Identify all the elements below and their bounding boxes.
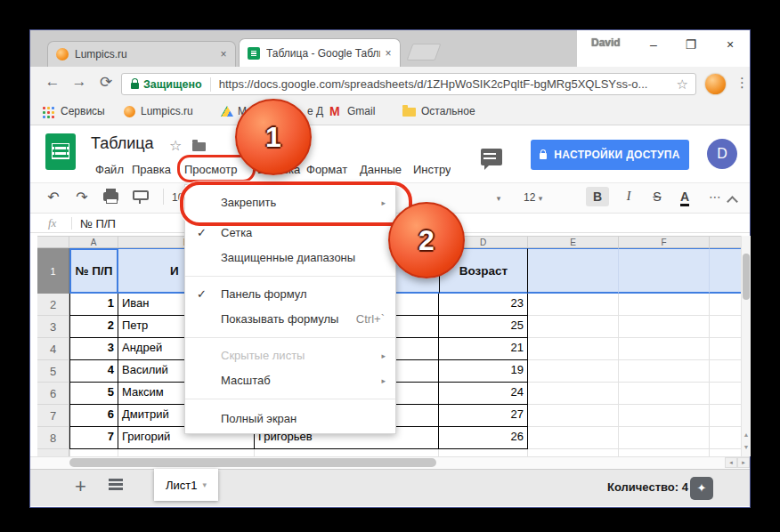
undo-icon[interactable]: ↶ <box>43 189 64 206</box>
forward-icon[interactable]: → <box>69 73 89 91</box>
bookmark-drive-fragment[interactable]: е Д <box>307 105 323 117</box>
menu-tools[interactable]: Инстру <box>413 161 451 179</box>
bold-button[interactable]: B <box>586 187 609 206</box>
sheets-logo-icon[interactable] <box>45 133 76 170</box>
bookmark-services[interactable]: Сервисы <box>61 105 105 117</box>
cell[interactable] <box>528 405 619 427</box>
star-document-icon[interactable]: ☆ <box>169 137 182 154</box>
formula-bar-value[interactable]: № П/П <box>80 217 116 230</box>
cell[interactable] <box>528 360 619 383</box>
select-all-corner[interactable] <box>37 236 69 248</box>
column-header-f[interactable]: F <box>619 236 710 248</box>
cell[interactable]: 27 <box>439 405 528 427</box>
font-family-caret-icon[interactable]: ▾ <box>488 194 509 203</box>
cell[interactable] <box>528 427 619 449</box>
browser-tab-sheets[interactable]: Таблица - Google Табли × <box>239 38 401 67</box>
paint-format-icon[interactable] <box>133 190 149 200</box>
row-header[interactable]: 4 <box>37 338 69 360</box>
row-header[interactable]: 8 <box>37 427 69 449</box>
cell[interactable] <box>528 316 619 338</box>
move-folder-icon[interactable] <box>192 142 206 151</box>
minimize-button[interactable]: – <box>643 36 664 53</box>
column-header-g[interactable] <box>710 236 741 248</box>
menu-file[interactable]: Файл <box>95 161 124 179</box>
cell[interactable] <box>710 405 741 427</box>
share-settings-button[interactable]: НАСТРОЙКИ ДОСТУПА <box>531 140 689 170</box>
font-size-select[interactable]: 12 ▾ <box>524 191 542 204</box>
back-icon[interactable]: ← <box>43 73 62 91</box>
cell[interactable]: 21 <box>439 338 528 360</box>
cell[interactable] <box>710 338 741 360</box>
cell[interactable]: 26 <box>439 427 528 449</box>
apps-grid-icon[interactable] <box>43 107 54 118</box>
cell[interactable]: 3 <box>69 338 118 360</box>
cell[interactable]: 1 <box>69 294 118 316</box>
comments-icon[interactable] <box>481 149 502 165</box>
cell[interactable] <box>619 338 710 360</box>
address-bar[interactable]: Защищено https://docs.google.com/spreads… <box>121 73 696 95</box>
cell[interactable] <box>710 427 741 449</box>
menu-item-show-formulas[interactable]: Показывать формулы Ctrl+` <box>185 307 395 332</box>
cell[interactable] <box>619 360 710 383</box>
cell[interactable] <box>619 405 710 427</box>
browser-tab-lumpics[interactable]: Lumpics.ru × <box>47 41 236 67</box>
scroll-up-icon[interactable]: ▲ <box>742 430 751 440</box>
cell[interactable] <box>528 338 619 360</box>
tab-close-icon[interactable]: × <box>380 47 396 60</box>
horizontal-scrollbar-thumb[interactable] <box>69 458 436 467</box>
cell[interactable]: 23 <box>439 294 528 316</box>
row-header[interactable]: 7 <box>37 405 69 427</box>
redo-icon[interactable]: ↷ <box>71 189 93 206</box>
row-header[interactable] <box>37 449 69 456</box>
reload-icon[interactable]: ⟳ <box>96 73 116 92</box>
cell[interactable]: 4 <box>69 360 118 383</box>
explore-button[interactable]: ✦ <box>690 477 713 500</box>
scroll-right-icon[interactable]: ▸ <box>737 457 750 468</box>
cell[interactable] <box>619 294 710 316</box>
menu-item-zoom[interactable]: Масштаб ▸ <box>185 368 395 393</box>
collapse-toolbar-icon[interactable] <box>728 195 737 204</box>
menu-item-protected-ranges[interactable]: Защищенные диапазоны <box>185 246 395 270</box>
all-sheets-icon[interactable] <box>109 479 123 481</box>
cell-a1-selected[interactable]: № П/П <box>69 248 118 294</box>
cell[interactable]: 24 <box>439 383 528 405</box>
bookmark-gmail[interactable]: Gmail <box>347 105 375 117</box>
chrome-menu-icon[interactable]: ⋮ <box>735 75 749 91</box>
cell[interactable]: 7 <box>69 427 118 449</box>
row-header[interactable]: 2 <box>37 294 69 316</box>
cell[interactable]: 19 <box>439 360 528 383</box>
menu-edit[interactable]: Правка <box>132 161 171 179</box>
cell[interactable] <box>619 427 710 449</box>
close-button[interactable]: × <box>719 36 741 53</box>
scroll-down-icon[interactable]: ▼ <box>742 442 751 453</box>
menu-data[interactable]: Данные <box>360 161 402 179</box>
user-avatar[interactable]: D <box>707 139 737 169</box>
cell[interactable] <box>619 316 710 338</box>
bookmark-lumpics[interactable]: Lumpics.ru <box>141 105 193 117</box>
cell[interactable] <box>528 383 619 405</box>
cell[interactable] <box>710 294 741 316</box>
menu-format[interactable]: Формат <box>306 161 347 179</box>
strikethrough-button[interactable]: S <box>646 187 669 206</box>
row-header[interactable]: 5 <box>37 360 69 383</box>
cell-e1[interactable] <box>528 248 619 294</box>
tab-close-icon[interactable]: × <box>215 48 232 60</box>
cell[interactable] <box>528 294 619 316</box>
cell[interactable] <box>619 383 710 405</box>
italic-button[interactable]: I <box>617 187 640 206</box>
column-header-e[interactable]: E <box>528 236 619 248</box>
row-header[interactable]: 6 <box>37 383 69 405</box>
cell-f1[interactable] <box>619 248 710 294</box>
cell[interactable] <box>710 383 741 405</box>
sheet-tab[interactable]: Лист1 ▾ <box>154 469 218 501</box>
sheet-menu-caret-icon[interactable]: ▾ <box>202 480 207 489</box>
cell[interactable]: 25 <box>439 316 528 338</box>
column-header-a[interactable]: A <box>69 236 118 248</box>
menu-item-full-screen[interactable]: Полный экран <box>185 405 395 433</box>
cell[interactable]: 5 <box>69 383 118 405</box>
maximize-button[interactable]: ❐ <box>680 36 702 53</box>
add-sheet-button[interactable]: + <box>75 475 86 498</box>
cell-g1[interactable] <box>710 248 741 294</box>
vertical-scrollbar-thumb[interactable] <box>743 254 750 300</box>
row-header-selected[interactable]: 1 <box>37 248 69 294</box>
